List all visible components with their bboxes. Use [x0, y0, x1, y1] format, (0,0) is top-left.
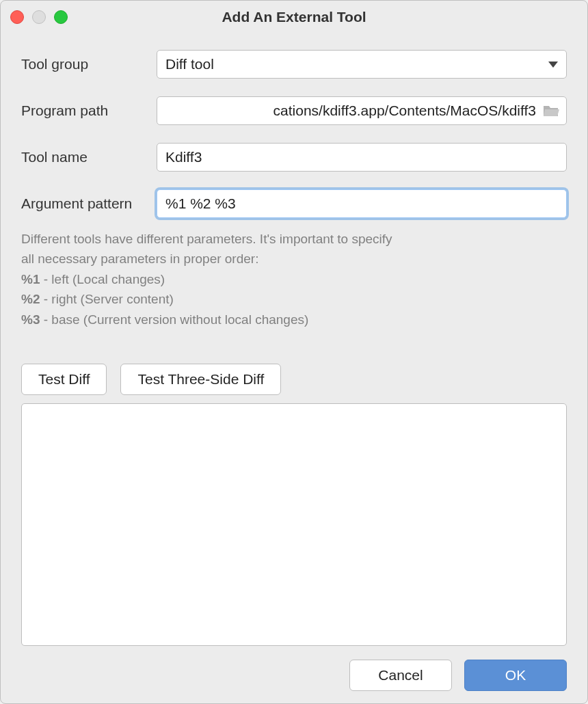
tool-group-value: Diff tool [165, 56, 214, 72]
dialog-footer: Cancel OK [21, 660, 567, 691]
titlebar: Add An External Tool [1, 1, 587, 33]
help-p1-key: %1 [21, 272, 40, 286]
row-program-path: Program path cations/kdiff3.app/Contents… [21, 96, 567, 125]
help-p1-desc: - left (Local changes) [40, 272, 165, 286]
row-tool-group: Tool group Diff tool [21, 50, 567, 79]
help-p3-desc: - base (Current version without local ch… [40, 312, 308, 327]
row-tool-name: Tool name [21, 143, 567, 172]
close-icon[interactable] [10, 10, 24, 24]
dialog-content: Tool group Diff tool Program path cation… [1, 33, 587, 703]
cancel-button[interactable]: Cancel [349, 660, 452, 691]
dialog-window: Add An External Tool Tool group Diff too… [0, 0, 588, 704]
help-line-1: Different tools have different parameter… [21, 229, 567, 249]
minimize-icon [32, 10, 46, 24]
label-tool-name: Tool name [21, 149, 157, 165]
zoom-icon[interactable] [54, 10, 68, 24]
label-tool-group: Tool group [21, 56, 157, 72]
program-path-value: cations/kdiff3.app/Contents/MacOS/kdiff3 [273, 103, 536, 119]
traffic-lights [10, 10, 68, 24]
chevron-down-icon [548, 62, 558, 68]
tool-name-input[interactable] [157, 143, 567, 172]
help-p1: %1 - left (Local changes) [21, 269, 567, 289]
help-p3-key: %3 [21, 312, 40, 327]
label-argument-pattern: Argument pattern [21, 195, 157, 212]
tool-name-field[interactable] [165, 144, 558, 171]
window-title: Add An External Tool [222, 9, 366, 25]
test-diff-button[interactable]: Test Diff [21, 364, 107, 395]
program-path-input[interactable]: cations/kdiff3.app/Contents/MacOS/kdiff3 [157, 96, 567, 125]
help-text: Different tools have different parameter… [21, 229, 567, 329]
tool-group-select[interactable]: Diff tool [157, 50, 567, 79]
help-p2-key: %2 [21, 292, 40, 306]
row-argument-pattern: Argument pattern [21, 189, 567, 218]
argument-pattern-field[interactable] [165, 190, 558, 217]
folder-open-icon[interactable] [543, 104, 559, 118]
test-three-side-diff-button[interactable]: Test Three-Side Diff [120, 364, 281, 395]
help-p2-desc: - right (Server content) [40, 292, 173, 306]
label-program-path: Program path [21, 103, 157, 119]
help-p3: %3 - base (Current version without local… [21, 310, 567, 329]
help-line-2: all necessary parameters in proper order… [21, 249, 567, 269]
help-p2: %2 - right (Server content) [21, 289, 567, 309]
ok-button[interactable]: OK [464, 660, 567, 691]
argument-pattern-input[interactable] [157, 189, 567, 218]
output-area[interactable] [21, 403, 567, 646]
test-buttons-row: Test Diff Test Three-Side Diff [21, 364, 567, 395]
